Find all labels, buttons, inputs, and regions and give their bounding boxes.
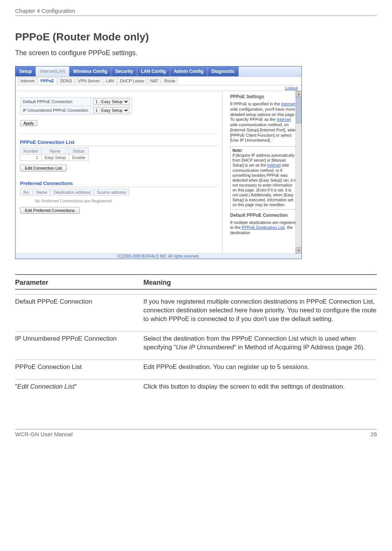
heading-conn-list: PPPoE Connection List (20, 138, 218, 146)
subtab-route[interactable]: Route (161, 77, 178, 84)
help-scrollbar[interactable]: ▲ ▼ (295, 91, 301, 253)
scroll-thumb[interactable] (296, 97, 301, 123)
edit-conn-list-button[interactable]: Edit Connection List (20, 165, 67, 171)
pm-meaning-0: If you have registered multiple connecti… (143, 298, 377, 324)
pppoe-form-table: Default PPPoE Connection 1 : Easy Setup … (20, 97, 132, 115)
tab-diagnostic[interactable]: Diagnostic (208, 66, 238, 76)
help-link-internet-1[interactable]: Internet (281, 102, 295, 106)
edit-pref-button[interactable]: Edit Preferred Connections (20, 207, 80, 214)
router-screenshot: Setup Internet/LAN Wireless Config Secur… (15, 66, 302, 259)
subtab-vpn[interactable]: VPN Server (75, 77, 103, 84)
pm-param-1: IP Unnumbered PPPoE Connection (15, 335, 143, 352)
conn-list-table: Number Name Status 1 Easy Setup Enable (20, 148, 89, 161)
subtab-lan[interactable]: LAN (103, 77, 117, 84)
footer-page-number: 26 (370, 431, 377, 437)
pm-meaning-2: Edit PPPoE destination. You can register… (143, 363, 377, 372)
subtab-nat[interactable]: NAT (148, 77, 161, 84)
pm-param-2: PPPoE Connection List (15, 363, 143, 372)
sub-tab-bar: Internet PPPoE DDNS VPN Server LAN DHCP … (15, 77, 301, 85)
col-name: Name (42, 148, 69, 154)
subtab-ddns[interactable]: DDNS (57, 77, 74, 84)
select-default-conn[interactable]: 1 : Easy Setup (93, 99, 129, 105)
col-status: Status (69, 148, 88, 154)
help-link-internet-3[interactable]: Internet (267, 163, 281, 167)
subtab-pppoe[interactable]: PPPoE (38, 77, 57, 84)
tab-internet-lan[interactable]: Internet/LAN (36, 66, 69, 76)
pref-empty-text: No Preferred Connections are Registered. (20, 197, 218, 205)
tab-security[interactable]: Security (111, 66, 137, 76)
header-chapter: Chapter 4 Configuration (15, 8, 75, 14)
col-number: Number (20, 148, 42, 154)
pm-head-parameter: Parameter (15, 279, 143, 287)
subtab-dhcp[interactable]: DHCP Lease (117, 77, 147, 84)
tab-wireless[interactable]: Wireless Config (69, 66, 112, 76)
help-link-destlist[interactable]: PPPoE Destination List (242, 225, 285, 230)
pm-meaning-3: Click this button to display the screen … (143, 383, 377, 391)
help-paragraph-2: If multiple destinations are registered … (230, 220, 299, 236)
pm-param-3: "Edit Connection List" (15, 383, 143, 391)
col-pname: Name (33, 189, 51, 196)
col-src: Source address (94, 189, 129, 196)
apply-button[interactable]: Apply (20, 120, 37, 126)
top-tab-bar: Setup Internet/LAN Wireless Config Secur… (15, 66, 301, 77)
tab-lan-config[interactable]: LAN Config (137, 66, 170, 76)
help-pane: PPPoE Settings If PPPoE is specified in … (222, 91, 301, 253)
footer-manual: WCR-GN User Manual (15, 431, 73, 437)
subtab-internet[interactable]: Internet (18, 77, 37, 84)
col-dest: Destination address (51, 189, 94, 196)
shot-footer: (C)2000-2009 BUFFALO INC. All rights res… (15, 253, 301, 259)
tab-setup[interactable]: Setup (15, 66, 36, 76)
select-ipunnum-conn[interactable]: 1 : Easy Setup (93, 107, 129, 113)
intro-text: The screen to configure PPPoE settings. (15, 49, 377, 57)
help-note: Note: If [Acquire IP address automatical… (230, 146, 299, 210)
help-paragraph-1: If PPPoE is specified in the Internet si… (230, 102, 299, 143)
logout-link[interactable]: Logout (285, 86, 298, 90)
scroll-up-icon[interactable]: ▲ (296, 91, 301, 97)
label-ipunnum-conn: IP Unnumbered PPPoE Connection (20, 106, 91, 115)
help-subtitle: Default PPPoE Connection (230, 213, 299, 218)
heading-pref-conn: Preferred Connections (20, 179, 218, 187)
pm-head-meaning: Meaning (143, 279, 171, 287)
page-title: PPPoE (Router Mode only) (15, 31, 377, 43)
pref-table: No. Name Destination address Source addr… (20, 189, 129, 196)
pm-param-0: Default PPPoE Connection (15, 298, 143, 324)
help-title: PPPoE Settings (230, 94, 299, 99)
table-row: 1 Easy Setup Enable (20, 154, 89, 161)
pm-meaning-1: Select the destination from the PPPoE Co… (143, 335, 377, 352)
help-link-internet-2[interactable]: Internet (277, 117, 291, 122)
tab-admin-config[interactable]: Admin Config (170, 66, 208, 76)
scroll-down-icon[interactable]: ▼ (296, 247, 301, 253)
col-no: No. (20, 189, 33, 196)
label-default-conn: Default PPPoE Connection (20, 97, 91, 106)
